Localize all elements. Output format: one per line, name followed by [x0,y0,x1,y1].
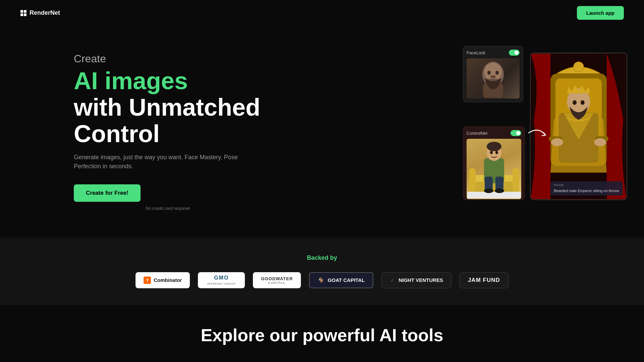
goat-icon: 🐐 [318,277,324,283]
svg-point-36 [594,138,606,146]
prompt-label: Prompt [554,183,619,187]
create-free-button[interactable]: Create for Free! [74,184,141,202]
backed-section: Backed by Y Combinator GMO INTERNET GROU… [0,238,644,305]
facelock-header: FaceLock [467,50,520,56]
hero-text: Create AI images with UnmatchedControl G… [74,46,262,211]
svg-point-23 [490,151,493,154]
backer-goodwater: GOODWATERCAPITAL [253,272,301,288]
hero-pre-title: Create [74,53,262,65]
controlnet-header: ControlNet [467,130,521,136]
backers-row: Y Combinator GMO INTERNET GROUP GOODWATE… [20,272,624,288]
hero-subtitle: Generate images, just the way you want. … [74,153,262,171]
explore-title: Explore our powerful AI tools [20,325,624,345]
controlnet-card: ControlNet [463,126,525,200]
gmo-icon: GMO INTERNET GROUP [207,275,236,286]
backer-ycombinator: Y Combinator [136,272,190,288]
backer-goat-name: GOAT CAPITAL [328,277,365,283]
svg-point-31 [573,100,577,105]
ycombinator-icon: Y [144,277,151,284]
controlnet-toggle[interactable] [511,130,521,136]
facelock-toggle[interactable] [509,50,520,56]
svg-rect-3 [24,13,26,16]
goodwater-icon: GOODWATERCAPITAL [261,276,293,285]
launch-app-button[interactable]: Launch app [577,6,624,20]
backer-goat-capital: 🐐 GOAT CAPITAL [309,272,373,288]
hero-title-rest: with UnmatchedControl [74,94,260,147]
svg-rect-2 [20,13,23,16]
no-credit-text: No credit card required [74,206,262,211]
facelock-image [467,58,520,99]
svg-point-21 [484,188,493,193]
svg-rect-20 [495,177,503,190]
backer-jam-fund-name: JAM FUND [468,277,500,284]
facelock-label: FaceLock [467,50,485,55]
svg-point-5 [484,63,502,81]
hero-title: AI images with UnmatchedControl [74,68,262,147]
logo-icon [20,10,27,16]
explore-section: Explore our powerful AI tools [0,305,644,359]
curved-arrow-icon [525,123,552,150]
svg-rect-15 [467,192,521,198]
night-icon: ⟋ [390,278,394,283]
logo-text: RenderNet [30,9,60,16]
svg-rect-0 [20,10,23,13]
hero-section: Create AI images with UnmatchedControl G… [0,26,644,238]
facelock-card: FaceLock [463,46,523,102]
svg-point-22 [495,188,504,193]
controlnet-image [467,139,521,199]
svg-point-24 [495,151,498,154]
svg-point-32 [581,100,585,105]
prompt-text: Bearded male Emperor sitting on throne [554,189,619,193]
svg-rect-13 [469,168,476,192]
svg-point-6 [487,71,491,75]
backer-night-ventures: ⟋ NIGHT VENTURES [381,272,451,288]
logo: RenderNet [20,9,60,16]
svg-rect-14 [513,168,519,192]
backer-gmo: GMO INTERNET GROUP [198,272,245,288]
controlnet-label: ControlNet [467,131,487,136]
backer-jam-fund: JAM FUND [460,272,508,288]
hero-visual: FaceLock Cont [463,46,624,207]
svg-point-28 [574,62,584,72]
svg-point-18 [487,142,501,151]
svg-point-8 [490,75,496,78]
svg-rect-1 [24,10,26,13]
svg-point-7 [495,71,499,75]
svg-rect-19 [485,177,493,190]
hero-title-green: AI images [74,67,188,94]
navbar: RenderNet Launch app [0,0,644,26]
backer-night-name: NIGHT VENTURES [398,277,443,283]
svg-point-35 [551,138,563,146]
backer-ycombinator-name: Combinator [154,277,182,283]
prompt-badge: Prompt Bearded male Emperor sitting on t… [550,181,623,195]
backed-title: Backed by [20,254,624,261]
